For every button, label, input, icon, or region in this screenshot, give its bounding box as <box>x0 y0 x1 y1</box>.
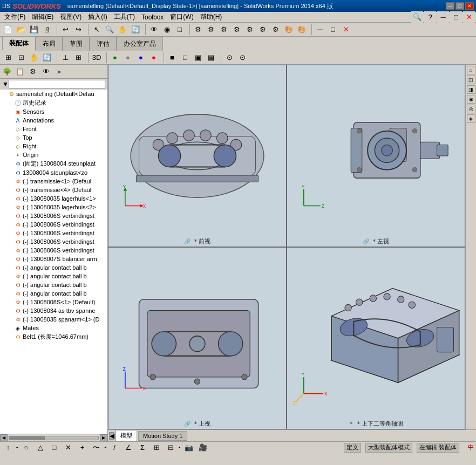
normal-to-icon[interactable]: ⊥ <box>59 52 71 64</box>
tree-item-8[interactable]: ⚙ 13008004 steunplast<zo <box>0 168 107 177</box>
tree-item-21[interactable]: ⚙ (-) angular contact ball b <box>0 281 107 289</box>
tree-item-11[interactable]: ⚙ (-) 130080035 lagerhuis<1> <box>0 194 107 203</box>
hide-icon[interactable]: □ <box>174 24 186 36</box>
tree-item-belt[interactable]: ⚙ Belt1 (长度=1046.67mm) <box>0 332 107 341</box>
scroll-left-btn[interactable]: ◀ <box>0 434 8 442</box>
tree-item-10[interactable]: ⚙ (-) transmissie<4> (Defaul <box>0 186 107 194</box>
tree-item-17[interactable]: ⚙ (-) 13008006S verbindingst <box>0 246 107 255</box>
tab-evaluate[interactable]: 评估 <box>90 37 117 51</box>
tb2-btn2[interactable]: ⊙ <box>236 52 248 64</box>
menu-close[interactable]: ✕ <box>463 11 475 23</box>
displaymgr-icon[interactable]: 👁 <box>40 66 52 78</box>
tb-right-min[interactable]: ─ <box>314 24 326 36</box>
color3-icon[interactable]: ● <box>135 52 147 64</box>
pan-icon[interactable]: ✋ <box>117 24 128 36</box>
tri-icon[interactable]: △ <box>35 442 46 454</box>
x-icon[interactable]: ✕ <box>63 442 74 454</box>
tree-item-18[interactable]: ⚙ (-) 13008007S balancer arm <box>0 255 107 263</box>
color4-icon[interactable]: ● <box>148 52 160 64</box>
status-arrow-icon[interactable]: ↑ <box>2 442 14 454</box>
rt-view2-icon[interactable]: ◨ <box>467 85 475 94</box>
search-icon[interactable]: 🔍 <box>411 11 423 23</box>
open-icon[interactable]: 📂 <box>15 24 27 36</box>
tb-btn-3[interactable]: ⚙ <box>218 24 230 36</box>
zoom-in-icon[interactable]: 🔍 <box>104 24 115 36</box>
snap-icon[interactable]: ⊟ <box>165 442 176 454</box>
line-icon[interactable]: / <box>108 442 120 454</box>
select-icon[interactable]: ↖ <box>91 24 103 36</box>
tab-office[interactable]: 办公室产品 <box>117 37 163 51</box>
tab-prev-btn[interactable]: ◀ <box>109 432 114 440</box>
tree-item-23[interactable]: ⚙ (-) 13008008S<1> (Default) <box>0 298 107 306</box>
rotate2-icon[interactable]: 🔄 <box>41 52 53 64</box>
print-icon[interactable]: 🖨 <box>41 24 53 36</box>
tb-btn-2[interactable]: ⚙ <box>205 24 217 36</box>
close-button[interactable]: ✕ <box>465 2 474 10</box>
tab-assembly[interactable]: 装配体 <box>2 36 36 51</box>
rt-home-icon[interactable]: ⌂ <box>467 66 475 74</box>
menu-help[interactable]: 帮助(H) <box>197 11 226 23</box>
redo-icon[interactable]: ↪ <box>72 24 84 36</box>
3d-icon[interactable]: 3D <box>91 52 103 64</box>
tree-item-9[interactable]: ⚙ (-) transmissie<1> (Defaul <box>0 177 107 186</box>
tree-item-25[interactable]: ⚙ (-) 13008035 spanarm<1> (D <box>0 315 107 324</box>
tree-root[interactable]: ⚙ samenstelling (Default<Defau <box>0 90 107 98</box>
menu-restore[interactable]: □ <box>450 11 462 23</box>
help-icon[interactable]: ? <box>424 11 436 23</box>
tree-item-22[interactable]: ⚙ (-) angular contact ball b <box>0 289 107 298</box>
grid-icon[interactable]: ⊞ <box>151 442 162 454</box>
rt-view4-icon[interactable]: ◎ <box>467 105 475 113</box>
new-icon[interactable]: 📄 <box>2 24 14 36</box>
tree-item-sensors[interactable]: ◉ Sensors <box>0 107 107 116</box>
menu-edit[interactable]: 编辑(E) <box>29 11 57 23</box>
angle-icon[interactable]: ∠ <box>123 442 134 454</box>
tb2-btn1[interactable]: ⊙ <box>223 52 235 64</box>
tb-btn-1[interactable]: ⚙ <box>192 24 204 36</box>
save-icon[interactable]: 💾 <box>28 24 40 36</box>
undo-icon[interactable]: ↩ <box>59 24 71 36</box>
tree-item-13[interactable]: ⚙ (-) 13008006S verbindingst <box>0 211 107 220</box>
scroll-right-btn[interactable]: ▶ <box>100 434 107 442</box>
menu-min[interactable]: ─ <box>437 11 449 23</box>
menu-insert[interactable]: 插入(I) <box>85 11 110 23</box>
rt-view1-icon[interactable]: ◫ <box>467 76 475 84</box>
configmgr-icon[interactable]: ⚙ <box>27 66 39 78</box>
color1-icon[interactable]: ● <box>109 52 121 64</box>
hidden-icon[interactable]: ▣ <box>192 52 204 64</box>
tb-btn-8[interactable]: 🎨 <box>283 24 295 36</box>
tree-item-20[interactable]: ⚙ (-) angular contact ball b <box>0 272 107 281</box>
tree-item-15[interactable]: ⚙ (-) 13008006S verbindingst <box>0 229 107 237</box>
tree-item-origin[interactable]: + Origin <box>0 151 107 159</box>
tb-right-close[interactable]: ✕ <box>340 24 352 36</box>
tb-btn-9[interactable]: 🎨 <box>296 24 308 36</box>
tab-sketch[interactable]: 草图 <box>63 37 90 51</box>
tree-item-annotations[interactable]: A Annotations <box>0 116 107 125</box>
menu-toolbox[interactable]: Toolbox <box>138 12 167 22</box>
rotate-icon[interactable]: 🔄 <box>130 24 141 36</box>
rt-view5-icon[interactable]: ◈ <box>467 114 475 123</box>
tab-layout[interactable]: 布局 <box>36 37 63 51</box>
tb-btn-5[interactable]: ⚙ <box>244 24 256 36</box>
tree-item-12[interactable]: ⚙ (-) 130080035 lagerhuis<2> <box>0 203 107 211</box>
tb-btn-4[interactable]: ⚙ <box>231 24 243 36</box>
circle-icon[interactable]: ○ <box>21 442 32 454</box>
propmgr-icon[interactable]: 📋 <box>14 66 26 78</box>
tab-motion-study[interactable]: Motion Study 1 <box>138 431 187 441</box>
tb-btn-6[interactable]: ⚙ <box>257 24 269 36</box>
video-icon[interactable]: 🎥 <box>197 442 209 454</box>
zoom-to-fit-icon[interactable]: ⊞ <box>2 52 14 64</box>
tree-item-history[interactable]: 🕐 历史记录 <box>0 98 107 107</box>
wave-icon[interactable]: 〜 <box>91 442 103 454</box>
shaded-icon[interactable]: ■ <box>166 52 178 64</box>
minimize-button[interactable]: ─ <box>446 2 454 10</box>
wireframe-icon[interactable]: □ <box>179 52 191 64</box>
viewport-iso[interactable]: X Y Z ＊ ＊上下二等角轴测 <box>287 247 465 429</box>
tree-item-right[interactable]: ◇ Right <box>0 142 107 151</box>
view-icon[interactable]: 👁 <box>148 24 160 36</box>
display-icon[interactable]: ◉ <box>161 24 173 36</box>
view-orient-icon[interactable]: ⊞ <box>72 52 84 64</box>
section-icon[interactable]: ▤ <box>205 52 217 64</box>
menu-window[interactable]: 窗口(W) <box>167 11 196 23</box>
viewport-front[interactable]: X Y 🔗 ＊前视 <box>108 65 287 247</box>
pan2-icon[interactable]: ✋ <box>28 52 40 64</box>
